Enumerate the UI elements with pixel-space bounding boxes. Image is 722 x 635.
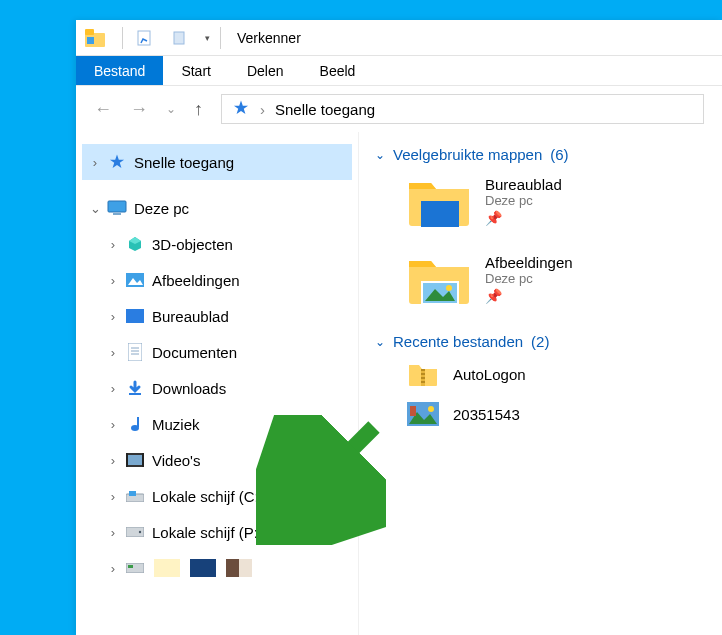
tab-start[interactable]: Start <box>163 56 229 85</box>
explorer-icon <box>84 27 106 49</box>
folder-name: Afbeeldingen <box>485 254 573 271</box>
chevron-right-icon[interactable]: › <box>102 525 124 540</box>
tree-label: Lokale schijf (C:) <box>152 488 264 505</box>
folder-meta: Afbeeldingen Deze pc 📌 <box>485 254 573 304</box>
group-label: Recente bestanden <box>393 333 523 350</box>
group-recent-files[interactable]: ⌄ Recente bestanden (2) <box>375 333 714 350</box>
color-swatches <box>152 553 252 583</box>
zip-icon <box>407 360 439 388</box>
folder-name: Bureaublad <box>485 176 562 193</box>
folder-meta: Bureaublad Deze pc 📌 <box>485 176 562 226</box>
swatch <box>154 559 180 577</box>
swatch <box>190 559 216 577</box>
chevron-right-icon[interactable]: › <box>102 489 124 504</box>
tab-file[interactable]: Bestand <box>76 56 163 85</box>
3d-objects-icon <box>124 233 146 255</box>
tree-item-documents[interactable]: › Documenten <box>82 334 352 370</box>
group-frequent-folders[interactable]: ⌄ Veelgebruikte mappen (6) <box>375 146 714 163</box>
nav-back-button[interactable]: ← <box>94 99 112 120</box>
chevron-right-icon[interactable]: › <box>102 417 124 432</box>
window-title: Verkenner <box>237 30 301 46</box>
group-count: (6) <box>550 146 568 163</box>
nav-up-button[interactable]: ↑ <box>194 99 203 120</box>
frequent-folders-list: Bureaublad Deze pc 📌 <box>375 173 714 307</box>
pin-icon: 📌 <box>485 288 573 304</box>
address-bar[interactable]: › Snelle toegang <box>221 94 704 124</box>
desktop-icon <box>124 305 146 327</box>
svg-point-40 <box>428 406 434 412</box>
breadcrumb-current[interactable]: Snelle toegang <box>275 101 375 118</box>
tree-label: Bureaublad <box>152 308 229 325</box>
separator <box>122 27 123 49</box>
chevron-down-icon: ⌄ <box>375 148 385 162</box>
nav-recent-dropdown[interactable]: ⌄ <box>166 102 176 116</box>
title-bar: ▾ Verkenner <box>76 20 722 56</box>
svg-rect-41 <box>410 406 416 416</box>
tree-label: Documenten <box>152 344 237 361</box>
qat-properties-icon[interactable] <box>133 27 155 49</box>
chevron-right-icon[interactable]: › <box>102 273 124 288</box>
videos-icon <box>124 449 146 471</box>
qat-customize-dropdown[interactable]: ▾ <box>205 33 210 43</box>
tree-item-music[interactable]: › Muziek <box>82 406 352 442</box>
tab-view[interactable]: Beeld <box>302 56 374 85</box>
body: › Snelle toegang ⌄ Deze pc › 3D-objecten <box>76 132 722 635</box>
tree-item-downloads[interactable]: › Downloads <box>82 370 352 406</box>
svg-rect-21 <box>142 453 144 467</box>
recent-file-name: 20351543 <box>453 406 520 423</box>
tree-label: Video's <box>152 452 200 469</box>
drive-icon <box>124 557 146 579</box>
tree-item-desktop[interactable]: › Bureaublad <box>82 298 352 334</box>
chevron-down-icon[interactable]: ⌄ <box>84 201 106 216</box>
svg-rect-11 <box>126 309 144 323</box>
recent-item-image[interactable]: 20351543 <box>407 400 714 428</box>
nav-forward-button[interactable]: → <box>130 99 148 120</box>
this-pc-icon <box>106 197 128 219</box>
tree-item-3d-objects[interactable]: › 3D-objecten <box>82 226 352 262</box>
svg-rect-5 <box>108 201 126 212</box>
folder-item-desktop[interactable]: Bureaublad Deze pc 📌 <box>407 173 714 229</box>
svg-rect-4 <box>174 32 184 44</box>
breadcrumb-separator-icon: › <box>260 101 265 118</box>
explorer-window: ▾ Verkenner Bestand Start Delen Beeld ← … <box>76 20 722 635</box>
svg-point-25 <box>139 531 141 533</box>
tree-item-local-disk-c[interactable]: › Lokale schijf (C:) <box>82 478 352 514</box>
svg-rect-24 <box>126 527 144 537</box>
tree-label: Muziek <box>152 416 200 433</box>
recent-file-name: AutoLogon <box>453 366 526 383</box>
tree-item-extra[interactable]: › <box>82 550 352 586</box>
chevron-right-icon[interactable]: › <box>102 453 124 468</box>
tree-this-pc[interactable]: ⌄ Deze pc <box>82 190 352 226</box>
tree-item-pictures[interactable]: › Afbeeldingen <box>82 262 352 298</box>
svg-rect-16 <box>129 393 141 395</box>
folder-location: Deze pc <box>485 193 562 208</box>
svg-rect-2 <box>87 37 94 44</box>
drive-icon <box>124 485 146 507</box>
chevron-right-icon[interactable]: › <box>102 345 124 360</box>
chevron-right-icon[interactable]: › <box>102 381 124 396</box>
tree-item-local-disk-p[interactable]: › Lokale schijf (P:) <box>82 514 352 550</box>
recent-item-autologon[interactable]: AutoLogon <box>407 360 714 388</box>
svg-rect-23 <box>129 491 136 496</box>
chevron-down-icon: ⌄ <box>375 335 385 349</box>
downloads-icon <box>124 377 146 399</box>
quick-access-star-icon <box>106 151 128 173</box>
qat-newfolder-icon[interactable] <box>169 27 191 49</box>
drive-icon <box>124 521 146 543</box>
music-icon <box>124 413 146 435</box>
chevron-right-icon[interactable]: › <box>102 309 124 324</box>
chevron-right-icon[interactable]: › <box>84 155 106 170</box>
group-label: Veelgebruikte mappen <box>393 146 542 163</box>
tree-item-videos[interactable]: › Video's <box>82 442 352 478</box>
pictures-icon <box>124 269 146 291</box>
group-count: (2) <box>531 333 549 350</box>
navigation-tree: › Snelle toegang ⌄ Deze pc › 3D-objecten <box>76 132 358 635</box>
folder-item-pictures[interactable]: Afbeeldingen Deze pc 📌 <box>407 251 714 307</box>
folder-desktop-icon <box>407 173 471 229</box>
tree-quick-access[interactable]: › Snelle toegang <box>82 144 352 180</box>
chevron-right-icon[interactable]: › <box>102 561 124 576</box>
svg-rect-20 <box>126 453 128 467</box>
tree-label: 3D-objecten <box>152 236 233 253</box>
chevron-right-icon[interactable]: › <box>102 237 124 252</box>
tab-share[interactable]: Delen <box>229 56 302 85</box>
